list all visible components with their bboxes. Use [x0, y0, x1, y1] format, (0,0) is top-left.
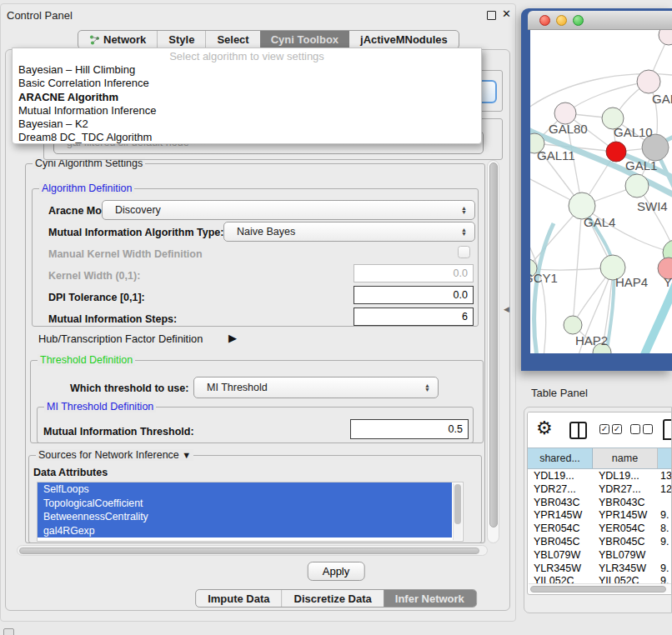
scrollbar-thumb[interactable]	[489, 162, 498, 528]
tab-select[interactable]: Select	[205, 31, 259, 48]
list-vertical-scrollbar[interactable]	[453, 483, 462, 540]
zoom-traffic-light-icon[interactable]	[573, 15, 584, 26]
tab-style-label: Style	[168, 33, 194, 46]
table-row[interactable]: YDL19...YDL19...13	[528, 470, 671, 483]
node-gal-partial[interactable]	[637, 70, 660, 93]
aracne-mode-value: Discovery	[115, 204, 161, 216]
close-icon[interactable]: ✕	[502, 8, 511, 20]
table-header-row: shared... name	[528, 448, 671, 469]
unchecked-checkbox-icon[interactable]	[643, 424, 653, 434]
list-item[interactable]: BetweennessCentrality	[38, 510, 452, 524]
sources-collapse-icon[interactable]: ▼	[182, 450, 191, 460]
table-icon-partial[interactable]	[663, 419, 672, 440]
tab-impute-data[interactable]: Impute Data	[196, 590, 281, 607]
network-graph: GAL GAL80 GAL10 GAL11 GAL1 SWI4 GAL4 GCY…	[530, 30, 672, 353]
combo-arrows-icon: ▲▼	[461, 228, 467, 237]
algorithm-option-selected[interactable]: ARACNE Algorithm	[13, 91, 481, 104]
table-row[interactable]: YDR27...YDR27...12	[528, 483, 671, 497]
table-row[interactable]: YBR043CYBR043C	[528, 497, 671, 510]
sources-group-title-text: Sources for Network Inference	[38, 449, 179, 461]
which-threshold-combobox[interactable]: MI Threshold ▲▼	[193, 377, 439, 398]
list-item[interactable]: gal4RGexp	[38, 524, 452, 538]
scrollbar-thumb[interactable]	[454, 484, 461, 524]
manual-kernel-width-label: Manual Kernel Width Definition	[48, 248, 203, 260]
minimized-panel-chip[interactable]	[3, 628, 14, 635]
list-item[interactable]: SelfLoops	[38, 482, 452, 497]
network-canvas[interactable]: GAL GAL80 GAL10 GAL11 GAL1 SWI4 GAL4 GCY…	[530, 30, 672, 353]
label-hap2: HAP2	[575, 333, 608, 348]
label-y-partial: Y	[664, 275, 672, 289]
label-gal4: GAL4	[584, 215, 615, 229]
column-header-partial[interactable]	[658, 448, 671, 468]
apply-button[interactable]: Apply	[308, 562, 365, 581]
tab-cyni-toolbox-label: Cyni Toolbox	[271, 33, 339, 46]
algorithm-option[interactable]: Basic Correlation Inference	[13, 77, 481, 90]
tab-cyni-toolbox[interactable]: Cyni Toolbox	[260, 31, 349, 48]
gear-icon[interactable]: ⚙	[536, 418, 553, 439]
node-swi4[interactable]	[625, 174, 649, 198]
node-unlabeled[interactable]	[659, 30, 672, 45]
table-panel-title: Table Panel	[531, 387, 588, 399]
algorithm-option[interactable]: Bayesian – Hill Climbing	[13, 63, 481, 77]
kernel-width-label: Kernel Width (0,1):	[48, 270, 140, 282]
list-item[interactable]: TopologicalCoefficient	[38, 497, 452, 511]
dpi-tolerance-field[interactable]	[354, 286, 474, 304]
which-threshold-label: Which threshold to use:	[70, 382, 188, 394]
data-attributes-list[interactable]: SelfLoops TopologicalCoefficient Between…	[37, 482, 464, 542]
node-gal1-red[interactable]	[606, 142, 626, 162]
settings-vertical-scrollbar[interactable]	[487, 160, 499, 543]
algorithm-option[interactable]: Bayesian – K2	[13, 118, 481, 131]
float-window-icon[interactable]	[487, 11, 496, 20]
close-traffic-light-icon[interactable]	[539, 15, 550, 26]
table-row[interactable]: YIL052CYIL052C9.	[528, 575, 671, 583]
checked-checkbox-icon[interactable]: ✓	[612, 424, 622, 434]
network-window-titlebar[interactable]	[528, 11, 672, 30]
column-header-shared[interactable]: shared...	[528, 448, 593, 468]
table-row[interactable]: YER054CYER054C8.	[528, 522, 671, 536]
algorithm-dropdown-popup: Select algorithm to view settings Bayesi…	[12, 48, 482, 144]
label-gal80: GAL80	[549, 122, 588, 136]
table-row[interactable]: YBR045CYBR045C9.	[528, 536, 671, 549]
mi-threshold-field[interactable]	[350, 419, 469, 439]
scrollbar-thumb[interactable]	[19, 548, 479, 555]
table-row[interactable]: YBL079WYBL079W	[528, 549, 671, 562]
checked-checkbox-icon[interactable]: ✓	[599, 424, 609, 434]
which-threshold-value: MI Threshold	[207, 382, 268, 393]
mi-algorithm-type-value: Naive Bayes	[237, 226, 295, 238]
mi-algorithm-type-combobox[interactable]: Naive Bayes ▲▼	[223, 222, 475, 242]
tab-jactivemnodules-label: jActiveMNodules	[360, 33, 448, 46]
mi-algorithm-type-label: Mutual Information Algorithm Type:	[48, 227, 223, 238]
hub-expand-icon[interactable]: ▶	[228, 332, 237, 344]
tab-infer-network[interactable]: Infer Network	[384, 590, 476, 607]
tab-network[interactable]: Network	[78, 31, 157, 48]
algorithm-option[interactable]: Mutual Information Inference	[13, 104, 481, 118]
tab-jactivemnodules[interactable]: jActiveMNodules	[349, 31, 459, 48]
unchecked-checkbox-icon[interactable]	[630, 424, 640, 434]
kernel-width-field[interactable]	[354, 264, 474, 282]
network-node-labels: GAL GAL80 GAL10 GAL11 GAL1 SWI4 GAL4 GCY…	[530, 92, 672, 348]
settings-horizontal-scrollbar[interactable]	[17, 545, 488, 556]
control-panel-title: Control Panel	[7, 9, 73, 22]
bottom-tabbar: Impute Data Discretize Data Infer Networ…	[195, 589, 477, 608]
table-row[interactable]: YLR345WYLR345W9.	[528, 562, 671, 576]
algorithm-popup-hint: Select algorithm to view settings	[13, 49, 481, 63]
mi-steps-field[interactable]	[354, 308, 474, 326]
tab-select-label: Select	[217, 33, 248, 46]
panel-collapse-icon[interactable]: ◀	[504, 305, 509, 313]
column-header-name[interactable]: name	[593, 448, 658, 468]
combo-arrows-icon: ▲▼	[461, 206, 467, 215]
tab-discretize-data[interactable]: Discretize Data	[282, 590, 384, 607]
label-gal11: GAL11	[537, 148, 575, 162]
mi-threshold-label: Mutual Information Threshold:	[43, 426, 194, 438]
tab-style[interactable]: Style	[157, 31, 205, 48]
minimize-traffic-light-icon[interactable]	[556, 15, 567, 26]
manual-kernel-width-checkbox[interactable]	[458, 246, 470, 258]
table-row[interactable]: YPR145WYPR145W9.	[528, 509, 671, 522]
table-horizontal-scrollbar[interactable]	[529, 583, 671, 593]
node-hap2[interactable]	[564, 316, 582, 334]
algorithm-option[interactable]: Dream8 DC_TDC Algorithm	[13, 131, 481, 144]
scrollbar-thumb[interactable]	[530, 586, 666, 593]
aracne-mode-combobox[interactable]: Discovery ▲▼	[102, 200, 475, 220]
table-toolbar: ⚙ ✓ ✓	[528, 412, 671, 448]
split-columns-icon[interactable]	[569, 422, 587, 439]
